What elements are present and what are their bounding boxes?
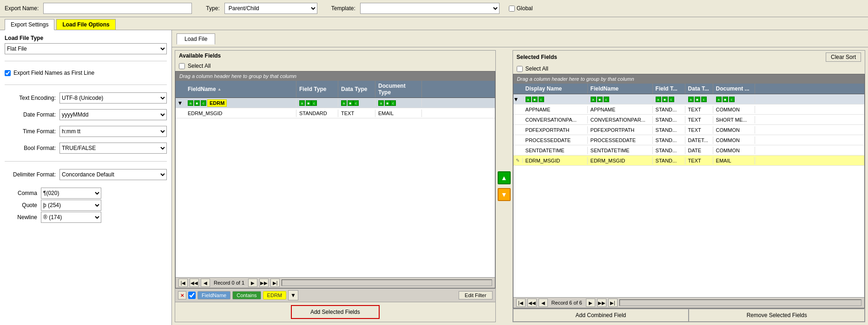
type-select[interactable]: Parent/Child — [224, 3, 317, 14]
header-doctype[interactable]: Document Type — [375, 81, 422, 98]
clear-sort-btn[interactable]: Clear Sort — [826, 52, 861, 62]
arrow-down-btn[interactable]: ▼ — [498, 188, 511, 201]
newline-select[interactable]: ® (174) — [41, 212, 101, 223]
quote-label: Quote — [9, 202, 37, 208]
time-format-select[interactable]: h:mm tt — [59, 126, 167, 137]
add-selected-fields-btn[interactable]: Add Selected Fields — [291, 305, 380, 319]
sel-nav-next2[interactable]: ▶▶ — [597, 299, 606, 307]
right-panel: Load File Available Fields Select All Dr… — [172, 30, 868, 325]
sel-nav-prev2[interactable]: ◀◀ — [527, 299, 537, 307]
comma-select[interactable]: ¶(020) — [41, 188, 101, 199]
sel-doctype-sdt: COMMON — [713, 147, 755, 154]
sel-fieldname-appname: APPNAME — [588, 106, 653, 113]
sel-fieldtype-pd: STAND... — [653, 136, 685, 144]
selected-fields-panel: Selected Fields Clear Sort Select All Dr… — [513, 50, 865, 322]
date-format-select[interactable]: yyyyMMdd — [59, 109, 167, 120]
sel-row-sentdatetime[interactable]: SENTDATETIME SENTDATETIME STAND... DATE … — [513, 145, 864, 156]
selected-select-all-label: Select All — [526, 65, 548, 72]
filter-contains-tag[interactable]: Contains — [232, 291, 261, 299]
filter-edit-btn[interactable]: Edit Filter — [459, 291, 492, 299]
bool-format-select[interactable]: TRUE/FALSE — [59, 143, 167, 154]
global-checkbox[interactable] — [509, 6, 515, 12]
nav-first-btn[interactable]: |◀ — [178, 279, 188, 287]
divider-3 — [5, 161, 167, 162]
sgi2: ■ — [532, 97, 538, 102]
header-fieldname[interactable]: FieldName — [185, 81, 296, 98]
sel-header-fieldtype[interactable]: Field T... — [653, 84, 685, 94]
sgi12: c — [701, 97, 707, 102]
filter-fieldname-tag[interactable]: FieldName — [197, 291, 230, 299]
arrow-up-btn[interactable]: ▲ — [498, 171, 511, 184]
nav-prev-btn[interactable]: ◀ — [201, 279, 210, 287]
delimiter-format-select[interactable]: Concordance Default — [59, 169, 167, 180]
load-file-tab-header: Load File — [172, 30, 868, 47]
export-field-names-checkbox[interactable] — [5, 70, 11, 76]
selected-bottom-btns: Add Combined Field Remove Selected Field… — [513, 308, 865, 322]
nav-next2-btn[interactable]: ▶▶ — [259, 279, 269, 287]
selected-grid-footer: |◀ ◀◀ ◀ Record 6 of 6 ▶ ▶▶ ▶| — [513, 297, 864, 308]
load-file-type-select[interactable]: Flat File — [5, 43, 167, 54]
content-area: Load File Type Flat File Export Field Na… — [0, 30, 868, 325]
quote-row: Quote þ (254) — [5, 200, 167, 211]
available-row-edrm-msgid[interactable]: EDRM_MSGID STANDARD TEXT EMAIL — [176, 108, 495, 118]
sel-row-pdfexportpath[interactable]: PDFEXPORTPATH PDFEXPORTPATH STAND... TEX… — [513, 125, 864, 135]
sel-nav-first[interactable]: |◀ — [516, 299, 526, 307]
sel-nav-prev[interactable]: ◀ — [539, 299, 548, 307]
sel-fieldtype-conv: STAND... — [653, 116, 685, 124]
type-label: Type: — [206, 5, 219, 12]
sel-row-conversationpa[interactable]: CONVERSATIONPA... CONVERSATIONPAR... STA… — [513, 115, 864, 125]
text-encoding-select[interactable]: UTF-8 (Unicode) — [59, 92, 167, 104]
export-name-input[interactable] — [43, 3, 192, 14]
load-file-tab-button[interactable]: Load File — [177, 33, 215, 45]
gi9: c — [390, 100, 396, 106]
sel-row-processeddate[interactable]: PROCESSEDDATE PROCESSEDDATE STAND... DAT… — [513, 135, 864, 145]
sel-row-edrm-msgid[interactable]: ✎ EDRM_MSGID EDRM_MSGID STAND... TEXT EM… — [513, 156, 864, 166]
selected-fields-title: Selected Fields — [517, 54, 557, 60]
sel-header-displayname[interactable]: Display Name — [523, 84, 588, 94]
sgi3: c — [539, 97, 544, 102]
selected-scrollbar[interactable] — [619, 299, 861, 306]
add-combined-field-btn[interactable]: Add Combined Field — [513, 309, 689, 322]
row-filter-icon: ▼ — [176, 100, 185, 106]
nav-prev2-btn[interactable]: ◀◀ — [190, 279, 199, 287]
sel-nav-next[interactable]: ▶ — [586, 299, 595, 307]
sel-datatype-pd: DATET... — [685, 136, 713, 144]
divider-1 — [5, 61, 167, 61]
available-scrollbar[interactable] — [282, 280, 492, 286]
add-fields-row: Add Selected Fields — [175, 302, 495, 322]
quote-select[interactable]: þ (254) — [41, 200, 101, 211]
sel-header-fieldname[interactable]: FieldName — [588, 84, 653, 94]
sel-fieldtype-sdt: STAND... — [653, 147, 685, 154]
remove-selected-fields-btn[interactable]: Remove Selected Fields — [689, 309, 865, 322]
sel-header-datatype[interactable]: Data T... — [685, 84, 713, 94]
date-format-label: Date Format: — [5, 111, 56, 118]
filter-active-checkbox[interactable] — [188, 292, 196, 299]
available-select-all-checkbox[interactable] — [179, 63, 185, 69]
filter-dropdown-btn[interactable]: ▼ — [288, 290, 298, 300]
template-select[interactable] — [360, 3, 500, 14]
available-row-edrm[interactable]: ▼ a ■ c EDRM a■c — [176, 98, 495, 108]
filter-clear-btn[interactable]: ✕ — [178, 291, 186, 299]
filter-value-tag[interactable]: EDRM — [263, 291, 286, 299]
sgi7: a — [656, 97, 661, 102]
header-fieldtype[interactable]: Field Type — [296, 81, 338, 98]
header-datatype[interactable]: Data Type — [338, 81, 375, 98]
sel-nav-last[interactable]: ▶| — [608, 299, 618, 307]
left-panel: Load File Type Flat File Export Field Na… — [0, 30, 172, 325]
sel-icon-filter: ▼ — [513, 96, 523, 103]
sgi8: ■ — [662, 97, 668, 102]
tab-export-settings[interactable]: Export Settings — [5, 19, 54, 30]
sel-icon-fn: a■c — [588, 96, 653, 103]
tab-load-file-options[interactable]: Load File Options — [56, 19, 115, 30]
sel-row-appname[interactable]: APPNAME APPNAME STAND... TEXT COMMON — [513, 104, 864, 115]
global-label: Global — [517, 5, 533, 12]
sgi14: ■ — [723, 97, 728, 102]
sel-header-doctype[interactable]: Document ... — [713, 84, 755, 94]
selected-select-all-row: Select All — [513, 64, 865, 74]
fields-area: Available Fields Select All Drag a colum… — [172, 47, 868, 325]
nav-last-btn[interactable]: ▶| — [270, 279, 280, 287]
selected-select-all-checkbox[interactable] — [517, 66, 523, 72]
nav-next-btn[interactable]: ▶ — [248, 279, 257, 287]
sgi11: ■ — [695, 97, 700, 102]
gi3: c — [311, 100, 317, 106]
